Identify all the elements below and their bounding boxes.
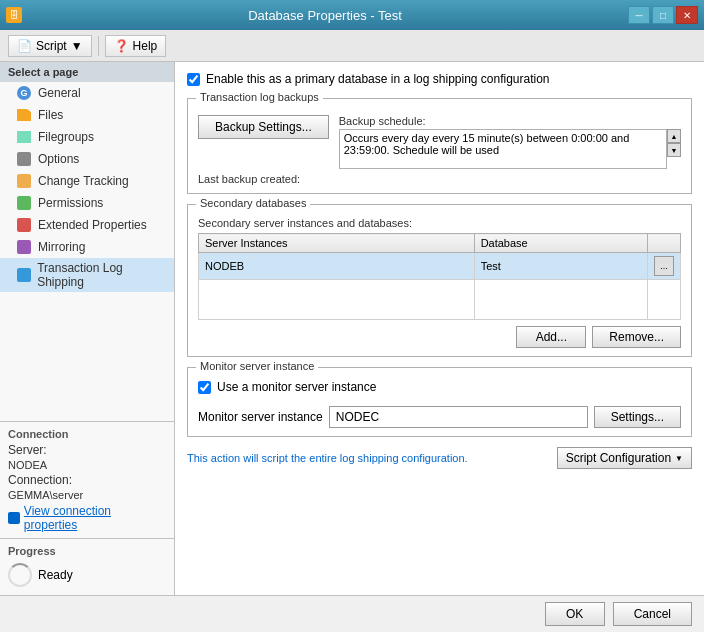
- add-button[interactable]: Add...: [516, 326, 586, 348]
- table-row-action-button[interactable]: ...: [654, 256, 674, 276]
- monitor-instance-row: Monitor server instance Settings...: [198, 406, 681, 428]
- select-page-title: Select a page: [0, 62, 174, 82]
- server-value: NODEA: [0, 458, 174, 472]
- use-monitor-checkbox[interactable]: [198, 381, 211, 394]
- enable-primary-checkbox[interactable]: [187, 73, 200, 86]
- table-cell-database: Test: [474, 253, 647, 280]
- window-title: Database Properties - Test: [22, 8, 628, 23]
- connection-section: Connection Server: NODEA Connection: GEM…: [0, 421, 174, 538]
- empty-cell-2: [474, 280, 647, 320]
- script-dropdown-arrow: ▼: [71, 39, 83, 53]
- footer: OK Cancel: [0, 595, 704, 632]
- transaction-log-group-title: Transaction log backups: [196, 91, 323, 103]
- use-monitor-label: Use a monitor server instance: [217, 380, 376, 394]
- use-monitor-checkbox-row: Use a monitor server instance: [198, 380, 681, 394]
- empty-cell-3: [648, 280, 681, 320]
- table-row[interactable]: NODEB Test ...: [199, 253, 681, 280]
- script-button[interactable]: 📄 Script ▼: [8, 35, 92, 57]
- close-button[interactable]: ✕: [676, 6, 698, 24]
- monitor-group: Monitor server instance Use a monitor se…: [187, 367, 692, 437]
- minimize-button[interactable]: ─: [628, 6, 650, 24]
- progress-status-text: Ready: [38, 568, 73, 582]
- sidebar-item-change-tracking[interactable]: Change Tracking: [0, 170, 174, 192]
- script-icon: 📄: [17, 39, 32, 53]
- backup-row: Backup Settings... Backup schedule: Occu…: [198, 115, 681, 169]
- window-controls: ─ □ ✕: [628, 6, 698, 24]
- server-label: Server:: [0, 442, 174, 458]
- sidebar-item-permissions[interactable]: Permissions: [0, 192, 174, 214]
- add-remove-row: Add... Remove...: [198, 326, 681, 348]
- connection-link-icon: [8, 512, 20, 524]
- sidebar-item-general[interactable]: G General: [0, 82, 174, 104]
- script-action-row: This action will script the entire log s…: [187, 447, 692, 469]
- enable-checkbox-row: Enable this as a primary database in a l…: [187, 72, 692, 86]
- secondary-databases-table: Server Instances Database NODEB Test ...: [198, 233, 681, 320]
- sidebar-label-mirroring: Mirroring: [38, 240, 85, 254]
- transaction-log-group: Transaction log backups Backup Settings.…: [187, 98, 692, 194]
- sidebar-label-files: Files: [38, 108, 63, 122]
- sidebar-label-permissions: Permissions: [38, 196, 103, 210]
- connection-title: Connection: [0, 426, 174, 442]
- scroll-down-button[interactable]: ▼: [667, 143, 681, 157]
- sidebar-item-options[interactable]: Options: [0, 148, 174, 170]
- options-icon: [16, 151, 32, 167]
- transaction-log-shipping-icon: [16, 267, 31, 283]
- scroll-up-button[interactable]: ▲: [667, 129, 681, 143]
- mirroring-icon: [16, 239, 32, 255]
- monitor-instance-label: Monitor server instance: [198, 410, 323, 424]
- body-container: Select a page G General Files Filegroups…: [0, 62, 704, 595]
- script-config-label: Script Configuration: [566, 451, 671, 465]
- sidebar-items: G General Files Filegroups Options: [0, 82, 174, 421]
- secondary-db-title: Secondary databases: [196, 197, 310, 209]
- monitor-group-title: Monitor server instance: [196, 360, 318, 372]
- script-config-dropdown-arrow: ▼: [675, 454, 683, 463]
- table-cell-server-instance: NODEB: [199, 253, 475, 280]
- main-content: Enable this as a primary database in a l…: [175, 62, 704, 595]
- secondary-db-group: Secondary databases Secondary server ins…: [187, 204, 692, 357]
- table-cell-action: ...: [648, 253, 681, 280]
- sidebar-label-options: Options: [38, 152, 79, 166]
- view-connection-properties-link[interactable]: View connection properties: [0, 502, 174, 534]
- backup-schedule-text: Occurs every day every 15 minute(s) betw…: [339, 129, 667, 169]
- help-button[interactable]: ❓ Help: [105, 35, 167, 57]
- empty-cell-1: [199, 280, 475, 320]
- change-tracking-icon: [16, 173, 32, 189]
- cancel-button[interactable]: Cancel: [613, 602, 692, 626]
- toolbar-separator: [98, 36, 99, 56]
- table-header-server-instances: Server Instances: [199, 234, 475, 253]
- monitor-instance-input[interactable]: [329, 406, 588, 428]
- files-icon: [16, 107, 32, 123]
- progress-title: Progress: [0, 543, 174, 559]
- backup-schedule-scrollbar: ▲ ▼: [667, 129, 681, 157]
- sidebar-item-mirroring[interactable]: Mirroring: [0, 236, 174, 258]
- sidebar-label-general: General: [38, 86, 81, 100]
- progress-section: Progress Ready: [0, 538, 174, 595]
- sidebar-item-transaction-log-shipping[interactable]: Transaction Log Shipping: [0, 258, 174, 292]
- script-configuration-button[interactable]: Script Configuration ▼: [557, 447, 692, 469]
- app-icon: 🗄: [6, 7, 22, 23]
- toolbar: 📄 Script ▼ ❓ Help: [0, 30, 704, 62]
- enable-checkbox-label: Enable this as a primary database in a l…: [206, 72, 550, 86]
- backup-schedule-section: Backup schedule: Occurs every day every …: [339, 115, 681, 169]
- monitor-settings-button[interactable]: Settings...: [594, 406, 681, 428]
- sidebar-item-filegroups[interactable]: Filegroups: [0, 126, 174, 148]
- connection-value: GEMMA\server: [0, 488, 174, 502]
- remove-button[interactable]: Remove...: [592, 326, 681, 348]
- help-icon: ❓: [114, 39, 129, 53]
- backup-settings-button[interactable]: Backup Settings...: [198, 115, 329, 139]
- ok-button[interactable]: OK: [545, 602, 605, 626]
- filegroups-icon: [16, 129, 32, 145]
- maximize-button[interactable]: □: [652, 6, 674, 24]
- main-container: 📄 Script ▼ ❓ Help Select a page G Genera…: [0, 30, 704, 632]
- table-row-empty: [199, 280, 681, 320]
- sidebar-label-change-tracking: Change Tracking: [38, 174, 129, 188]
- sidebar: Select a page G General Files Filegroups…: [0, 62, 175, 595]
- table-header-action: [648, 234, 681, 253]
- sidebar-item-extended-properties[interactable]: Extended Properties: [0, 214, 174, 236]
- title-bar: 🗄 Database Properties - Test ─ □ ✕: [0, 0, 704, 30]
- general-icon: G: [16, 85, 32, 101]
- sidebar-item-files[interactable]: Files: [0, 104, 174, 126]
- sidebar-label-transaction-log-shipping: Transaction Log Shipping: [37, 261, 166, 289]
- sidebar-label-filegroups: Filegroups: [38, 130, 94, 144]
- extended-properties-icon: [16, 217, 32, 233]
